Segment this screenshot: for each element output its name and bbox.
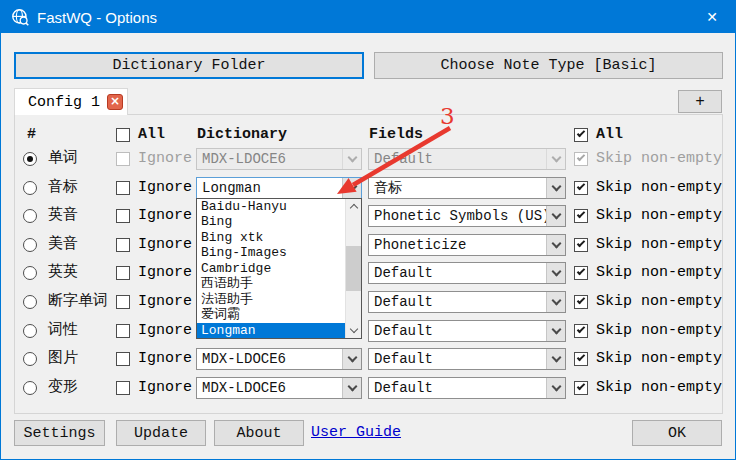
ignore-checkbox[interactable]	[116, 152, 130, 166]
dictionary-folder-button[interactable]: Dictionary Folder	[14, 52, 364, 79]
dictionary-select[interactable]: MDX-LDOCE6	[196, 348, 362, 370]
chevron-down-icon[interactable]	[546, 349, 565, 369]
checkmark-icon	[577, 129, 585, 137]
ignore-checkbox[interactable]	[116, 324, 130, 338]
row-label: 单词	[48, 149, 78, 169]
dropdown-item[interactable]: Longman	[197, 323, 345, 338]
field-select[interactable]: Default	[368, 262, 566, 284]
row-radio[interactable]	[23, 295, 37, 309]
ignore-checkbox[interactable]	[116, 352, 130, 366]
row-radio[interactable]	[23, 152, 37, 166]
chevron-down-icon[interactable]	[546, 235, 565, 255]
skip-checkbox[interactable]	[574, 238, 588, 252]
chevron-glyph	[551, 153, 561, 163]
skip-checkbox[interactable]	[574, 266, 588, 280]
field-select[interactable]: Default	[368, 291, 566, 313]
chevron-down-icon[interactable]	[546, 292, 565, 312]
row-radio[interactable]	[23, 381, 37, 395]
skip-checkbox[interactable]	[574, 152, 588, 166]
field-value: Phoneticize	[374, 236, 466, 255]
skip-checkbox[interactable]	[574, 209, 588, 223]
checkmark-icon	[577, 182, 585, 190]
ok-button[interactable]: OK	[632, 420, 722, 446]
field-select[interactable]: Default	[368, 320, 566, 342]
dictionary-value: MDX-LDOCE6	[202, 150, 286, 169]
dropdown-item[interactable]: 爱词霸	[197, 307, 345, 322]
row-radio[interactable]	[23, 181, 37, 195]
field-select[interactable]: Default	[368, 148, 566, 170]
dropdown-item[interactable]: 法语助手	[197, 292, 345, 307]
chevron-glyph	[551, 325, 561, 335]
tab-config-1[interactable]: Config 1 ×	[14, 88, 128, 115]
row-radio[interactable]	[23, 266, 37, 280]
field-select[interactable]: Phoneticize	[368, 234, 566, 256]
chevron-down-icon[interactable]	[546, 178, 565, 198]
dictionary-select[interactable]: Longman	[196, 177, 362, 199]
ignore-label: Ignore	[138, 178, 192, 198]
annotation-number: 3	[440, 103, 455, 129]
chevron-down-icon[interactable]	[342, 149, 361, 169]
scroll-up-icon[interactable]	[346, 199, 361, 214]
tab-close-icon[interactable]: ×	[107, 94, 123, 110]
ignore-checkbox[interactable]	[116, 381, 130, 395]
all-ignore-checkbox[interactable]	[116, 128, 130, 142]
field-select[interactable]: 音标	[368, 177, 566, 199]
chevron-down-icon[interactable]	[546, 378, 565, 398]
user-guide-link[interactable]: User Guide	[311, 424, 401, 441]
ignore-checkbox[interactable]	[116, 209, 130, 223]
settings-button[interactable]: Settings	[14, 420, 105, 446]
dropdown-item[interactable]: Bing	[197, 214, 345, 229]
title-bar: FastWQ - Options ✕	[1, 1, 735, 33]
dictionary-select[interactable]: MDX-LDOCE6	[196, 377, 362, 399]
chevron-down-icon[interactable]	[546, 149, 565, 169]
dropdown-item[interactable]: Cambridge	[197, 261, 345, 276]
row-label: 断字单词	[48, 292, 108, 312]
checkmark-icon	[577, 296, 585, 304]
ignore-label: Ignore	[138, 349, 192, 369]
chevron-down-icon[interactable]	[546, 321, 565, 341]
all-skip-checkbox[interactable]	[574, 128, 588, 142]
row-label: 英音	[48, 206, 78, 226]
ignore-label: Ignore	[138, 321, 192, 341]
scroll-down-icon[interactable]	[346, 323, 361, 338]
row-radio[interactable]	[23, 352, 37, 366]
skip-label: Skip non-empty	[596, 349, 722, 369]
skip-checkbox[interactable]	[574, 381, 588, 395]
update-button[interactable]: Update	[116, 420, 206, 446]
dictionary-select[interactable]: MDX-LDOCE6	[196, 148, 362, 170]
chevron-down-icon[interactable]	[342, 378, 361, 398]
row-radio[interactable]	[23, 238, 37, 252]
scrollbar-thumb[interactable]	[346, 246, 361, 291]
field-select[interactable]: Phonetic Symbols (US)	[368, 205, 566, 227]
chevron-down-icon[interactable]	[342, 178, 361, 198]
chevron-down-icon[interactable]	[342, 349, 361, 369]
column-header-all-right: All	[596, 126, 623, 143]
skip-checkbox[interactable]	[574, 181, 588, 195]
choose-note-type-button[interactable]: Choose Note Type [Basic]	[374, 52, 723, 79]
about-button[interactable]: About	[214, 420, 304, 446]
dropdown-item[interactable]: Baidu-Hanyu	[197, 199, 345, 214]
add-tab-button[interactable]: +	[678, 90, 722, 113]
skip-checkbox[interactable]	[574, 352, 588, 366]
dropdown-item[interactable]: Bing-Images	[197, 245, 345, 260]
close-icon[interactable]: ✕	[689, 1, 735, 33]
chevron-down-icon[interactable]	[546, 206, 565, 226]
row-radio[interactable]	[23, 209, 37, 223]
ignore-checkbox[interactable]	[116, 181, 130, 195]
ignore-label: Ignore	[138, 292, 192, 312]
ignore-checkbox[interactable]	[116, 295, 130, 309]
chevron-down-icon[interactable]	[546, 263, 565, 283]
field-select[interactable]: Default	[368, 348, 566, 370]
row-radio[interactable]	[23, 324, 37, 338]
field-select[interactable]: Default	[368, 377, 566, 399]
row-label: 变形	[48, 378, 78, 398]
dropdown-scrollbar[interactable]	[345, 199, 361, 338]
checkmark-icon	[577, 353, 585, 361]
ignore-checkbox[interactable]	[116, 266, 130, 280]
table-row: 音标 Ignore Longman 音标 Skip non-empty	[1, 177, 736, 199]
skip-checkbox[interactable]	[574, 324, 588, 338]
dropdown-item[interactable]: Bing xtk	[197, 230, 345, 245]
ignore-checkbox[interactable]	[116, 238, 130, 252]
skip-checkbox[interactable]	[574, 295, 588, 309]
dropdown-item[interactable]: 西语助手	[197, 276, 345, 291]
